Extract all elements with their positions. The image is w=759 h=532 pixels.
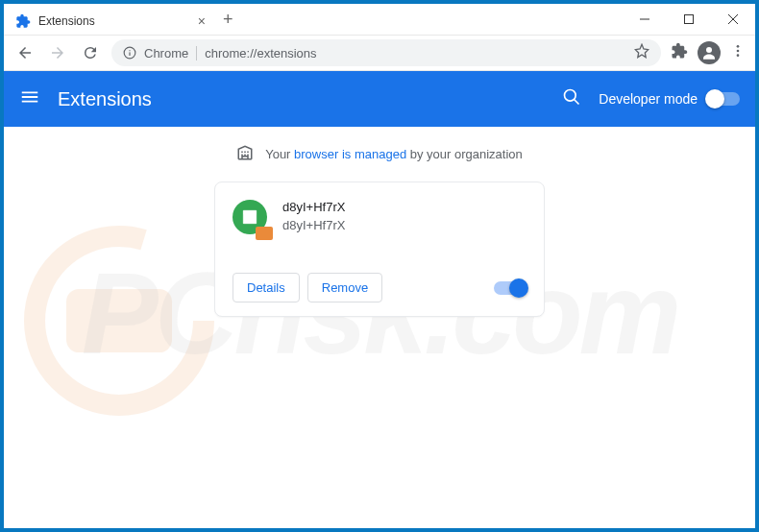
- svg-point-7: [706, 47, 712, 53]
- profile-avatar[interactable]: [698, 41, 721, 64]
- tab-title: Extensions: [38, 14, 190, 28]
- close-button[interactable]: [711, 4, 755, 35]
- managed-notice: Your browser is managed by your organiza…: [4, 127, 755, 181]
- svg-point-9: [737, 50, 740, 53]
- browser-tab[interactable]: Extensions ×: [4, 8, 215, 35]
- omnibox-url: chrome://extensions: [205, 46, 316, 60]
- extensions-toolbar-icon[interactable]: [671, 42, 688, 63]
- extension-name: d8yI+Hf7rX: [282, 200, 345, 214]
- managed-link[interactable]: browser is managed: [294, 147, 406, 161]
- maximize-button[interactable]: [667, 4, 711, 35]
- reload-button[interactable]: [79, 44, 102, 61]
- window-controls: [623, 4, 755, 35]
- page-content: PCrisk.com Extensions Developer mode You…: [4, 71, 755, 528]
- svg-line-14: [575, 100, 579, 105]
- minimize-button[interactable]: [623, 4, 667, 35]
- search-icon[interactable]: [562, 87, 581, 110]
- extension-card: d8yI+Hf7rX d8yI+Hf7rX Details Remove: [214, 181, 545, 317]
- back-button[interactable]: [13, 44, 37, 61]
- omnibox-origin-label: Chrome: [144, 46, 197, 60]
- extension-enable-toggle[interactable]: [494, 281, 526, 295]
- address-bar: Chrome chrome://extensions: [4, 35, 755, 71]
- svg-point-5: [129, 50, 130, 51]
- site-info-icon[interactable]: [123, 46, 136, 60]
- svg-point-13: [565, 90, 576, 102]
- bookmark-star-icon[interactable]: [634, 43, 649, 62]
- extension-badge-icon: [256, 227, 273, 240]
- developer-mode-label: Developer mode: [599, 91, 698, 107]
- remove-button[interactable]: Remove: [307, 273, 382, 302]
- svg-point-10: [737, 54, 740, 57]
- svg-point-8: [737, 45, 740, 48]
- details-button[interactable]: Details: [233, 273, 300, 302]
- organization-icon: [236, 144, 254, 164]
- extension-puzzle-icon: [15, 13, 31, 29]
- new-tab-button[interactable]: +: [215, 4, 241, 35]
- chrome-menu-icon[interactable]: [730, 43, 746, 62]
- omnibox[interactable]: Chrome chrome://extensions: [111, 39, 661, 66]
- menu-hamburger-icon[interactable]: [19, 86, 40, 111]
- managed-text: Your browser is managed by your organiza…: [265, 147, 523, 161]
- page-title: Extensions: [58, 88, 562, 110]
- svg-rect-6: [129, 52, 130, 56]
- extension-icon: [233, 200, 269, 236]
- extension-description: d8yI+Hf7rX: [282, 218, 345, 232]
- extensions-header: Extensions Developer mode: [4, 71, 755, 127]
- tab-close-icon[interactable]: ×: [198, 14, 206, 28]
- forward-button[interactable]: [46, 44, 69, 61]
- developer-mode-toggle[interactable]: [707, 92, 740, 106]
- window-titlebar: Extensions × +: [4, 4, 755, 35]
- svg-rect-1: [685, 15, 694, 24]
